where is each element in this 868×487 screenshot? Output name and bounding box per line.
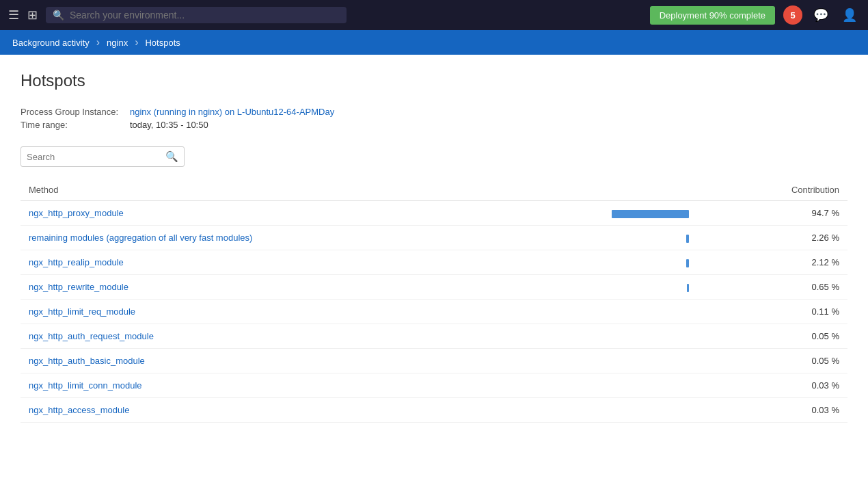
process-group-text[interactable]: nginx (running in nginx) on L-Ubuntu12-6… — [130, 107, 334, 117]
process-group-label: Process Group Instance: — [21, 107, 130, 117]
process-group-value: nginx (running in nginx) on L-Ubuntu12-6… — [130, 107, 847, 117]
contribution-bar-cell — [603, 250, 692, 275]
grid-icon[interactable]: ⊞ — [27, 8, 38, 23]
main-content: Hotspots Process Group Instance: nginx (… — [0, 55, 868, 487]
table-row: ngx_http_limit_conn_module0.03 % — [21, 373, 847, 398]
contribution-value: 0.05 % — [692, 349, 847, 373]
contribution-value: 2.26 % — [692, 226, 847, 250]
method-name[interactable]: ngx_http_limit_req_module — [29, 306, 135, 317]
contribution-bar-cell — [603, 300, 692, 324]
contribution-value: 94.7 % — [692, 201, 847, 226]
methods-table: Method Contribution ngx_http_proxy_modul… — [21, 181, 847, 423]
contribution-bar-cell — [603, 324, 692, 349]
page-title: Hotspots — [21, 71, 847, 90]
method-name[interactable]: ngx_http_limit_conn_module — [29, 380, 142, 391]
global-search[interactable]: 🔍 — [46, 7, 347, 23]
method-name[interactable]: ngx_http_proxy_module — [29, 208, 124, 218]
contribution-value: 0.03 % — [692, 373, 847, 398]
method-search-icon: 🔍 — [165, 150, 178, 163]
method-column-header: Method — [21, 181, 603, 201]
contribution-bar-cell — [603, 226, 692, 250]
contribution-value: 0.65 % — [692, 275, 847, 300]
table-row: ngx_http_auth_request_module0.05 % — [21, 324, 847, 349]
contribution-value: 0.05 % — [692, 324, 847, 349]
breadcrumb-bar: Background activity › nginx › Hotspots — [0, 30, 868, 55]
table-row: ngx_http_realip_module2.12 % — [21, 250, 847, 275]
contribution-bar — [687, 284, 689, 292]
user-icon[interactable]: 👤 — [839, 5, 860, 25]
contribution-value: 0.11 % — [692, 300, 847, 324]
table-row: ngx_http_rewrite_module0.65 % — [21, 275, 847, 300]
contribution-bar-cell — [603, 275, 692, 300]
meta-info: Process Group Instance: nginx (running i… — [21, 107, 847, 130]
time-range-label: Time range: — [21, 120, 130, 130]
contribution-bar-cell — [603, 349, 692, 373]
table-row: ngx_http_limit_req_module0.11 % — [21, 300, 847, 324]
table-header-row: Method Contribution — [21, 181, 847, 201]
method-name[interactable]: ngx_http_access_module — [29, 405, 129, 415]
contribution-value: 0.03 % — [692, 398, 847, 423]
method-search-input[interactable] — [27, 152, 165, 162]
method-name[interactable]: ngx_http_auth_request_module — [29, 331, 154, 341]
method-search-box[interactable]: 🔍 — [21, 146, 185, 167]
contribution-bar-cell — [603, 373, 692, 398]
contribution-bar-cell — [603, 201, 692, 226]
table-row: remaining modules (aggregation of all ve… — [21, 226, 847, 250]
method-name[interactable]: ngx_http_realip_module — [29, 257, 124, 267]
hamburger-icon[interactable]: ☰ — [8, 8, 19, 23]
contribution-bar — [686, 259, 689, 267]
contribution-value: 2.12 % — [692, 250, 847, 275]
bar-column-header — [603, 181, 692, 201]
global-search-input[interactable] — [70, 10, 340, 21]
breadcrumb-background-activity[interactable]: Background activity — [5, 30, 96, 55]
breadcrumb-nginx[interactable]: nginx — [100, 30, 135, 55]
notification-count-badge[interactable]: 5 — [783, 5, 802, 25]
chat-icon[interactable]: 💬 — [811, 5, 831, 25]
table-row: ngx_http_proxy_module94.7 % — [21, 201, 847, 226]
top-nav: ☰ ⊞ 🔍 Deployment 90% complete 5 💬 👤 — [0, 0, 868, 30]
contribution-column-header: Contribution — [692, 181, 847, 201]
breadcrumb-hotspots[interactable]: Hotspots — [138, 30, 187, 55]
table-row: ngx_http_auth_basic_module0.05 % — [21, 349, 847, 373]
time-range-value: today, 10:35 - 10:50 — [130, 120, 847, 130]
deployment-badge[interactable]: Deployment 90% complete — [650, 6, 775, 25]
contribution-bar — [612, 210, 689, 218]
method-name[interactable]: remaining modules (aggregation of all ve… — [29, 233, 252, 243]
method-name[interactable]: ngx_http_auth_basic_module — [29, 356, 145, 366]
table-row: ngx_http_access_module0.03 % — [21, 398, 847, 423]
method-name[interactable]: ngx_http_rewrite_module — [29, 282, 128, 292]
contribution-bar-cell — [603, 398, 692, 423]
search-icon: 🔍 — [53, 10, 64, 21]
contribution-bar — [686, 235, 689, 243]
